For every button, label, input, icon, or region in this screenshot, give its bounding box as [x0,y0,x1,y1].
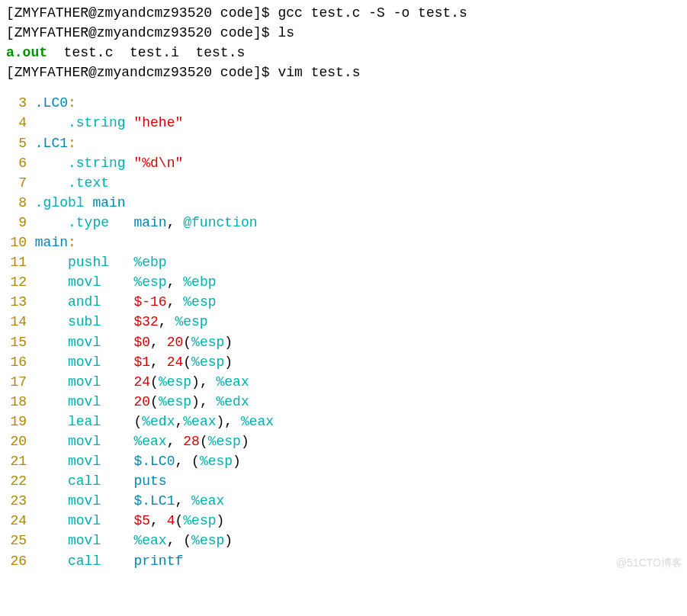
code-token: 20 [167,335,184,350]
code-token: main [133,215,166,230]
code-token: ( [101,414,142,429]
code-token: ( [150,394,159,409]
code-token: ( [200,434,208,449]
code-token [101,533,133,548]
line-number: 7 [6,173,27,193]
terminal-line: [ZMYFATHER@zmyandcmz93520 code]$ gcc tes… [6,3,681,23]
line-number: 14 [6,312,27,332]
code-line: 4 .string "hehe" [6,113,681,133]
code-token: , [167,294,184,310]
code-token: ) [224,335,233,350]
code-token: , [150,335,167,350]
line-number: 13 [6,292,27,312]
code-token: %esp [191,335,224,350]
code-token: ( [150,374,159,390]
line-number: 11 [6,252,27,272]
code-token [101,355,133,370]
line-number: 17 [6,372,27,392]
code-token: %esp [159,374,191,390]
code-token: %eax [217,374,249,390]
code-line: 3 .LC0: [6,93,681,113]
code-token: .globl [35,195,85,210]
code-token [101,374,133,390]
code-token: %esp [208,434,241,449]
code-token: %eax [241,414,274,429]
code-token: movl [68,374,101,390]
line-number: 20 [6,432,27,451]
code-token: ), [217,414,241,429]
line-number: 26 [6,551,27,571]
line-number: 6 [6,153,27,173]
code-token [126,156,134,171]
code-token [27,473,68,489]
code-token: %ebp [133,255,166,270]
line-number: 10 [6,233,27,252]
code-token [85,195,93,210]
code-token: , [167,215,184,230]
code-token: call [68,473,101,489]
code-line: 13 andl $-16, %esp [6,292,681,312]
code-line: 24 movl $5, 4(%esp) [6,511,681,531]
terminal-line: a.out test.c test.i test.s [6,43,681,63]
code-token [27,115,68,130]
code-token [27,95,35,111]
code-token: main [92,195,125,210]
shell-prompt: [ZMYFATHER@zmyandcmz93520 code]$ [6,65,278,80]
line-number: 8 [6,193,27,213]
code-token: movl [68,394,101,409]
code-token: %eax [133,434,166,449]
code-token [27,434,68,449]
line-number: 21 [6,451,27,471]
code-token [101,473,133,489]
code-token: $.LC1 [133,493,175,509]
code-token: , [150,513,167,528]
code-token: %eax [133,533,166,548]
code-token: %esp [191,533,224,548]
code-token: $32 [133,314,158,329]
code-token [27,533,68,548]
code-token [27,136,35,151]
code-line: 15 movl $0, 20(%esp) [6,332,681,352]
code-token: .LC1 [35,136,68,151]
code-token: call [68,553,101,569]
code-token: ), [191,394,216,409]
code-token: , [150,355,167,370]
code-token: movl [68,335,101,350]
code-token: %edx [217,394,249,409]
code-line: 17 movl 24(%esp), %eax [6,372,681,392]
ls-files: test.c test.i test.s [47,45,245,60]
code-token: .string [68,115,126,130]
code-token: andl [68,294,101,310]
code-token: ( [175,513,183,528]
code-token: puts [133,473,166,489]
line-number: 25 [6,531,27,550]
code-line: 19 leal (%edx,%eax), %eax [6,412,681,432]
code-token [101,434,133,449]
code-line: 23 movl $.LC1, %eax [6,491,681,511]
code-token [27,374,68,390]
code-token [101,274,133,290]
code-token: , [175,414,183,429]
code-line: 6 .string "%d\n" [6,153,681,173]
code-token [27,355,68,370]
code-token: subl [68,314,101,329]
code-token [101,513,133,528]
line-number: 9 [6,213,27,233]
code-token [27,414,68,429]
line-number: 15 [6,332,27,352]
code-token: 4 [167,513,175,528]
code-token: .string [68,156,126,171]
code-token: @function [183,215,257,230]
code-token: %eax [191,493,224,509]
code-line: 11 pushl %ebp [6,252,681,272]
code-token: ), [191,374,216,390]
code-token [27,235,35,250]
line-number: 24 [6,511,27,531]
code-line: 10 main: [6,233,681,252]
code-line: 18 movl 20(%esp), %edx [6,392,681,412]
code-token: leal [68,414,101,429]
code-token [109,255,133,270]
code-token: %esp [200,454,233,469]
code-token: : [68,235,76,250]
line-number: 19 [6,412,27,432]
